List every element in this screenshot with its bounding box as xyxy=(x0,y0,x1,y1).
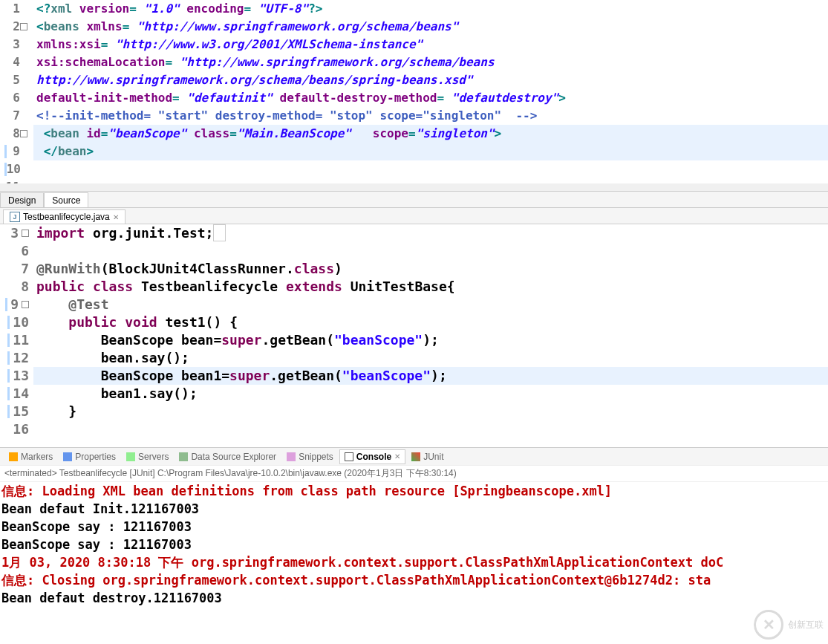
code-line[interactable]: bean.say(); xyxy=(33,349,828,367)
java-gutter: 3678910111213141516 xyxy=(0,224,33,447)
tab-design[interactable]: Design xyxy=(0,192,44,207)
code-line[interactable]: BeanScope bean1=super.getBean("beanScope… xyxy=(33,367,828,385)
fold-icon[interactable] xyxy=(20,23,27,30)
code-line[interactable]: <!--init-method= "start" destroy-method=… xyxy=(33,107,828,125)
code-line[interactable]: @RunWith(BlockJUnit4ClassRunner.class) xyxy=(33,260,828,278)
console-line: 信息: Closing org.springframework.context.… xyxy=(1,571,828,589)
line-number: 8 xyxy=(0,125,27,143)
console-line: BeanScope say : 121167003 xyxy=(1,536,828,553)
view-label: Markers xyxy=(21,452,53,462)
view-markers[interactable]: Markers xyxy=(4,450,57,464)
code-line[interactable] xyxy=(33,178,828,183)
code-line[interactable] xyxy=(33,160,828,178)
line-number: 11 xyxy=(0,331,32,349)
watermark-logo-icon: ✕ xyxy=(754,610,783,640)
line-number: 5 xyxy=(0,71,27,89)
fold-icon[interactable] xyxy=(20,130,27,137)
junit-icon xyxy=(411,452,420,461)
view-label: Servers xyxy=(138,452,169,462)
snippets-icon xyxy=(287,452,296,461)
view-label: Data Source Explorer xyxy=(191,452,276,462)
line-number: 9 xyxy=(0,143,27,160)
view-servers[interactable]: Servers xyxy=(122,450,173,464)
console-line: 信息: Loading XML bean definitions from cl… xyxy=(1,482,828,500)
xml-code-area[interactable]: 1234567891011 <?xml version= "1.0" encod… xyxy=(0,0,828,183)
view-label: Properties xyxy=(75,452,116,462)
xml-editor-tabs: Design Source xyxy=(0,191,828,207)
view-label: JUnit xyxy=(423,452,443,462)
tab-source[interactable]: Source xyxy=(44,192,88,207)
console-line: Bean defaut destroy.121167003 xyxy=(1,589,828,607)
properties-icon xyxy=(63,452,72,461)
terminated-label: <terminated> Testbeanlifecycle [JUnit] C… xyxy=(0,466,828,482)
view-dse[interactable]: Data Source Explorer xyxy=(175,450,281,464)
view-console[interactable]: Console ✕ xyxy=(339,449,405,464)
line-number: 7 xyxy=(0,260,32,278)
line-number: 2 xyxy=(0,18,27,36)
code-line[interactable]: xsi:schemaLocation= "http://www.springfr… xyxy=(33,53,828,71)
java-editor-pane: 3678910111213141516 import org.junit.Tes… xyxy=(0,224,828,447)
close-icon[interactable]: ✕ xyxy=(113,213,119,221)
console-line: 1月 03, 2020 8:30:18 下午 org.springframewo… xyxy=(1,553,828,571)
line-number: 7 xyxy=(0,107,27,125)
dse-icon xyxy=(179,452,188,461)
line-number: 14 xyxy=(0,385,32,403)
line-number: 3 xyxy=(0,224,32,242)
console-output[interactable]: 信息: Loading XML bean definitions from cl… xyxy=(0,482,828,644)
xml-code[interactable]: <?xml version= "1.0" encoding= "UTF-8"?>… xyxy=(33,0,828,183)
line-number: 6 xyxy=(0,89,27,107)
watermark-text: 创新互联 xyxy=(788,619,824,631)
line-number: 8 xyxy=(0,278,32,296)
fold-icon[interactable] xyxy=(22,301,29,308)
line-number: 13 xyxy=(0,367,32,385)
line-number: 11 xyxy=(0,178,27,183)
console-icon xyxy=(345,452,353,461)
code-line[interactable] xyxy=(33,242,828,260)
views-tabs: Markers Properties Servers Data Source E… xyxy=(0,448,828,466)
code-line[interactable]: default-init-method= "defautinit" defaul… xyxy=(33,89,828,107)
line-number: 10 xyxy=(0,313,32,331)
java-code[interactable]: import org.junit.Test; @RunWith(BlockJUn… xyxy=(33,224,828,447)
view-label: Console xyxy=(356,452,391,462)
markers-icon xyxy=(9,452,18,461)
line-number: 9 xyxy=(0,296,32,313)
console-line: Bean defaut Init.121167003 xyxy=(1,500,828,518)
file-tab-label: Testbeanlifecycle.java xyxy=(23,212,110,222)
code-line[interactable]: } xyxy=(33,403,828,420)
fold-icon[interactable] xyxy=(22,230,29,237)
line-number: 12 xyxy=(0,349,32,367)
view-junit[interactable]: JUnit xyxy=(407,450,448,464)
code-line[interactable]: </bean> xyxy=(33,143,828,160)
line-number: 4 xyxy=(0,53,27,71)
code-line[interactable]: import org.junit.Test; xyxy=(33,224,828,242)
code-line[interactable]: <bean id="beanScope" class="Main.BeanSco… xyxy=(33,125,828,143)
close-icon[interactable]: ✕ xyxy=(394,452,400,461)
code-line[interactable]: http://www.springframework.org/schema/be… xyxy=(33,71,828,89)
line-number: 3 xyxy=(0,36,27,53)
file-tab-testbeanlifecycle[interactable]: J Testbeanlifecycle.java ✕ xyxy=(3,209,125,224)
code-line[interactable]: public void test1() { xyxy=(33,313,828,331)
line-number: 1 xyxy=(0,0,27,18)
code-line[interactable]: @Test xyxy=(33,296,828,313)
view-label: Snippets xyxy=(299,452,333,462)
watermark: ✕ 创新互联 xyxy=(754,610,824,640)
bottom-panel: Markers Properties Servers Data Source E… xyxy=(0,447,828,644)
code-line[interactable]: xmlns:xsi= "http://www.w3.org/2001/XMLSc… xyxy=(33,36,828,53)
line-number: 15 xyxy=(0,403,32,420)
view-properties[interactable]: Properties xyxy=(59,450,120,464)
code-line[interactable]: public class Testbeanlifecycle extends U… xyxy=(33,278,828,296)
file-tabs-row: J Testbeanlifecycle.java ✕ xyxy=(0,208,828,224)
line-number: 10 xyxy=(0,160,27,178)
servers-icon xyxy=(126,452,135,461)
xml-editor-pane: 1234567891011 <?xml version= "1.0" encod… xyxy=(0,0,828,208)
line-number: 16 xyxy=(0,420,32,438)
code-line[interactable]: bean1.say(); xyxy=(33,385,828,403)
java-file-icon: J xyxy=(10,212,20,222)
line-number: 6 xyxy=(0,242,32,260)
view-snippets[interactable]: Snippets xyxy=(282,450,338,464)
code-line[interactable] xyxy=(33,420,828,438)
code-line[interactable]: BeanScope bean=super.getBean("beanScope"… xyxy=(33,331,828,349)
console-line: BeanScope say : 121167003 xyxy=(1,518,828,536)
code-line[interactable]: <?xml version= "1.0" encoding= "UTF-8"?> xyxy=(33,0,828,18)
code-line[interactable]: <beans xmlns= "http://www.springframewor… xyxy=(33,18,828,36)
